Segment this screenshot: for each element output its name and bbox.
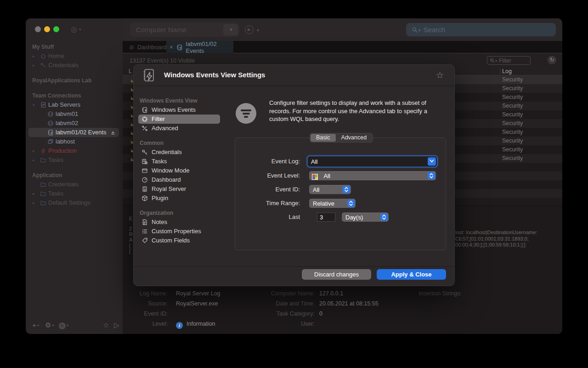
- chevron-right-icon[interactable]: ▸: [33, 61, 35, 70]
- favorite-star-icon[interactable]: ☆: [436, 70, 444, 80]
- stepper-icon[interactable]: [428, 172, 435, 179]
- chevron-right-icon[interactable]: ▸: [33, 146, 35, 155]
- tab-dashboard[interactable]: ⊘Dashboard: [123, 41, 167, 53]
- detail-value-text: Information: [187, 321, 215, 327]
- sidebar-item-label: Credentials: [48, 180, 79, 189]
- navigation-tree: My Stuff▸Home▸CredentialsRoyalApplicatio…: [26, 42, 123, 207]
- chevron-down-icon[interactable]: ▼: [223, 24, 238, 35]
- sidebar-item-label: labvm02: [56, 119, 78, 128]
- listprops-icon: [141, 228, 148, 235]
- chevron-right-icon[interactable]: ▸: [33, 52, 35, 61]
- eject-icon[interactable]: [110, 129, 116, 136]
- zoom-window-button[interactable]: [53, 26, 59, 32]
- last-value-input[interactable]: [317, 213, 335, 222]
- event-id-popup[interactable]: All: [309, 185, 351, 194]
- detail-value: 0: [319, 310, 322, 317]
- sidebar-item-label: Production: [48, 146, 77, 155]
- chevron-down-icon[interactable]: ▾: [418, 28, 421, 33]
- time-range-popup[interactable]: Relative: [309, 199, 356, 208]
- clipped-detail-text: lost: localhost|DestinationUsername:: [455, 230, 537, 235]
- apply-close-button[interactable]: Apply & Close: [377, 269, 446, 280]
- stepper-icon[interactable]: [347, 200, 355, 207]
- folder-icon: [40, 190, 46, 197]
- search-input[interactable]: [424, 26, 534, 34]
- dialog-nav-item-advanced[interactable]: Advanced: [134, 124, 226, 133]
- sidebar-section-my-stuff: My Stuff: [26, 42, 123, 52]
- log-cell: Security: [502, 146, 523, 153]
- sidebar-item-default-settings[interactable]: ▸Default Settings: [26, 198, 123, 207]
- chevron-down-icon[interactable]: ▾: [257, 28, 259, 33]
- connect-play-button[interactable]: ▶: [245, 25, 254, 34]
- sidebar-item-credentials[interactable]: ▸Credentials: [26, 61, 123, 70]
- sidebar-item-production[interactable]: ▸Production: [26, 146, 123, 155]
- column-separator[interactable]: [500, 69, 500, 74]
- dialog-nav-item-custom-properties[interactable]: Custom Properties: [134, 227, 226, 236]
- sidebar-item-labvm01[interactable]: labvm01: [26, 109, 123, 119]
- sidebar-item-lab-servers[interactable]: ▾Lab Servers: [26, 100, 123, 109]
- stepper-icon[interactable]: [343, 186, 350, 193]
- favorite-star-button[interactable]: ☆: [103, 321, 109, 329]
- computer-name-label: Computer Name: [136, 26, 187, 34]
- last-unit-value: Day(s): [342, 213, 363, 222]
- dialog-nav-label: Credentials: [152, 148, 182, 157]
- filter-field[interactable]: ▾: [487, 56, 531, 65]
- chevron-right-icon[interactable]: ▸: [33, 198, 35, 207]
- event-level-popup[interactable]: All: [309, 171, 436, 180]
- sidebar-item-labhost[interactable]: labhost: [26, 137, 123, 146]
- windows-events-icon: [141, 68, 156, 83]
- sidebar-item-label: Home: [48, 52, 64, 61]
- event-id-value: All: [309, 185, 319, 195]
- clipped-text-fragment: [: [129, 243, 130, 248]
- dialog-description: Configure filter settings to display and…: [269, 99, 445, 123]
- sidebar-item-tasks[interactable]: ▸Tasks: [26, 155, 123, 165]
- tab-label: Dashboard: [137, 44, 167, 51]
- chevron-down-icon[interactable]: ▾: [495, 59, 497, 63]
- sidebar-item-credentials[interactable]: Credentials: [26, 180, 123, 189]
- footer-divider: [134, 266, 454, 267]
- search-field[interactable]: ▾: [406, 23, 556, 36]
- close-tab-icon[interactable]: ×: [170, 44, 173, 51]
- time-range-value: Relative: [309, 199, 334, 208]
- chevron-right-icon[interactable]: ▸: [33, 155, 35, 165]
- filter-input[interactable]: [499, 58, 524, 64]
- connect-menu-icon[interactable]: ◎▾: [71, 25, 81, 34]
- bolt-icon: [40, 148, 46, 154]
- run-button[interactable]: ▷: [114, 321, 119, 329]
- dialog-nav-item-custom-fields[interactable]: Custom Fields: [134, 236, 226, 245]
- chevron-right-icon[interactable]: ▸: [33, 189, 35, 198]
- chevron-down-icon[interactable]: [428, 157, 436, 166]
- log-cell: Security: [502, 85, 523, 92]
- tab-labvm01-02-events[interactable]: ×labvm01/02 Events: [166, 41, 233, 53]
- sidebar-item-labvm02[interactable]: labvm02: [26, 119, 123, 128]
- detail-label: Level:: [127, 321, 168, 327]
- dialog-title: Windows Events View Settings: [164, 71, 265, 79]
- detail-value: RoyalServer.exe: [176, 300, 218, 307]
- event-log-combobox[interactable]: All: [308, 156, 437, 167]
- dialog-nav-item-windows-events[interactable]: Windows Events: [134, 105, 226, 115]
- tab-advanced[interactable]: Advanced: [336, 134, 373, 142]
- info-icon: i: [176, 322, 183, 329]
- column-level[interactable]: L: [129, 68, 132, 75]
- detail-value: Royal Server Log: [176, 290, 220, 297]
- stepper-icon[interactable]: [380, 213, 388, 221]
- settings-gear-button[interactable]: ⚙▾: [45, 321, 54, 329]
- computer-name-dropdown[interactable]: Computer Name ▼: [130, 23, 239, 37]
- event-level-grid-icon: [312, 174, 318, 180]
- refresh-button[interactable]: ↻: [548, 56, 556, 64]
- add-button[interactable]: +▾: [32, 321, 39, 329]
- sidebar-item-tasks[interactable]: ▸Tasks: [26, 189, 123, 198]
- minimize-window-button[interactable]: [44, 26, 50, 32]
- close-window-button[interactable]: [35, 26, 41, 32]
- chevron-down-icon[interactable]: ▾: [33, 100, 35, 109]
- sidebar-item-labvm01-02-events[interactable]: labvm01/02 Events: [26, 128, 123, 137]
- dialog-nav-item-filter[interactable]: Filter: [134, 115, 226, 124]
- last-value-field[interactable]: [317, 213, 335, 222]
- column-log[interactable]: Log: [502, 68, 512, 75]
- discard-changes-button[interactable]: Discard changes: [302, 269, 371, 280]
- tab-basic[interactable]: Basic: [311, 134, 336, 142]
- sidebar-item-home[interactable]: ▸Home: [26, 52, 123, 61]
- event-count: 13137 Event(s): [130, 58, 169, 64]
- dialog-nav-item-credentials[interactable]: Credentials: [134, 148, 226, 157]
- sync-button[interactable]: ↻▾: [59, 321, 68, 329]
- last-unit-popup[interactable]: Day(s): [342, 213, 389, 222]
